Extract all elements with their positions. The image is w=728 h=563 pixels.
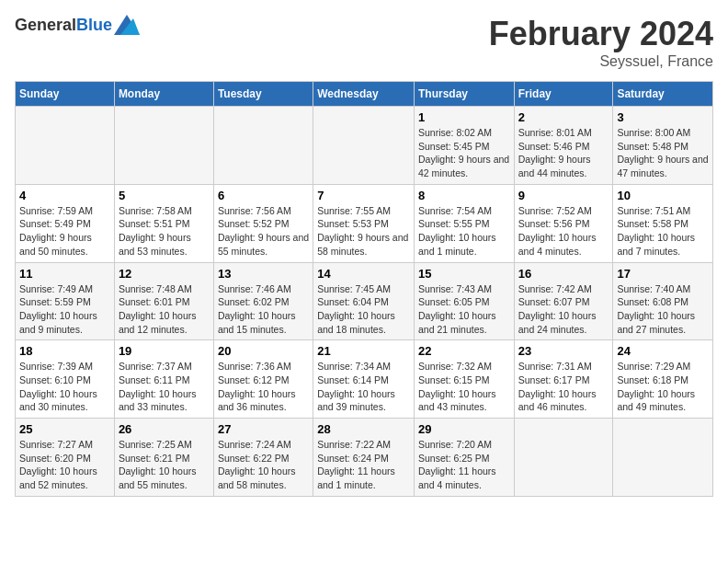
- day-cell: [16, 107, 115, 185]
- col-wednesday: Wednesday: [313, 82, 415, 107]
- day-detail: Sunrise: 7:20 AM Sunset: 6:25 PM Dayligh…: [418, 438, 510, 492]
- week-row-2: 4Sunrise: 7:59 AM Sunset: 5:49 PM Daylig…: [16, 184, 713, 262]
- col-sunday: Sunday: [16, 82, 115, 107]
- day-cell: 22Sunrise: 7:32 AM Sunset: 6:15 PM Dayli…: [414, 340, 514, 419]
- day-cell: 17Sunrise: 7:40 AM Sunset: 6:08 PM Dayli…: [613, 262, 713, 340]
- day-detail: Sunrise: 7:46 AM Sunset: 6:02 PM Dayligh…: [218, 282, 309, 337]
- day-number: 6: [218, 189, 309, 202]
- day-detail: Sunrise: 7:32 AM Sunset: 6:15 PM Dayligh…: [418, 360, 510, 414]
- day-cell: 15Sunrise: 7:43 AM Sunset: 6:05 PM Dayli…: [414, 262, 514, 340]
- day-number: 24: [617, 344, 709, 358]
- logo: GeneralBlue: [15, 15, 140, 35]
- week-row-4: 18Sunrise: 7:39 AM Sunset: 6:10 PM Dayli…: [16, 340, 713, 419]
- day-detail: Sunrise: 7:40 AM Sunset: 6:08 PM Dayligh…: [617, 282, 709, 337]
- col-friday: Friday: [514, 82, 613, 107]
- day-cell: 3Sunrise: 8:00 AM Sunset: 5:48 PM Daylig…: [613, 107, 713, 185]
- day-cell: [613, 419, 713, 497]
- day-number: 28: [317, 422, 410, 436]
- day-number: 19: [119, 344, 210, 358]
- subtitle: Seyssuel, France: [489, 53, 713, 70]
- day-number: 11: [19, 267, 110, 281]
- day-number: 12: [119, 267, 210, 281]
- day-number: 22: [418, 344, 510, 358]
- day-detail: Sunrise: 7:58 AM Sunset: 5:51 PM Dayligh…: [119, 204, 210, 259]
- header-row: Sunday Monday Tuesday Wednesday Thursday…: [16, 82, 713, 107]
- day-detail: Sunrise: 8:01 AM Sunset: 5:46 PM Dayligh…: [518, 126, 609, 180]
- day-cell: 8Sunrise: 7:54 AM Sunset: 5:55 PM Daylig…: [414, 184, 514, 262]
- day-cell: 7Sunrise: 7:55 AM Sunset: 5:53 PM Daylig…: [313, 184, 415, 262]
- day-number: 21: [317, 344, 410, 358]
- day-cell: 26Sunrise: 7:25 AM Sunset: 6:21 PM Dayli…: [114, 419, 213, 497]
- day-number: 1: [418, 110, 510, 124]
- week-row-5: 25Sunrise: 7:27 AM Sunset: 6:20 PM Dayli…: [16, 419, 713, 497]
- day-detail: Sunrise: 7:36 AM Sunset: 6:12 PM Dayligh…: [218, 360, 309, 414]
- day-detail: Sunrise: 7:29 AM Sunset: 6:18 PM Dayligh…: [617, 360, 709, 414]
- day-number: 7: [317, 189, 410, 202]
- day-cell: 10Sunrise: 7:51 AM Sunset: 5:58 PM Dayli…: [613, 184, 713, 262]
- day-detail: Sunrise: 7:48 AM Sunset: 6:01 PM Dayligh…: [119, 282, 210, 337]
- day-number: 14: [317, 267, 410, 281]
- day-cell: 29Sunrise: 7:20 AM Sunset: 6:25 PM Dayli…: [414, 419, 514, 497]
- day-cell: [514, 419, 613, 497]
- day-detail: Sunrise: 7:55 AM Sunset: 5:53 PM Dayligh…: [317, 204, 410, 259]
- day-number: 18: [19, 344, 110, 358]
- day-cell: 19Sunrise: 7:37 AM Sunset: 6:11 PM Dayli…: [114, 340, 213, 419]
- day-cell: 2Sunrise: 8:01 AM Sunset: 5:46 PM Daylig…: [514, 107, 613, 185]
- col-thursday: Thursday: [414, 82, 514, 107]
- day-cell: [213, 107, 313, 185]
- logo-icon: [114, 15, 140, 35]
- day-number: 23: [518, 344, 609, 358]
- day-number: 15: [418, 267, 510, 281]
- day-cell: 13Sunrise: 7:46 AM Sunset: 6:02 PM Dayli…: [213, 262, 313, 340]
- day-cell: 5Sunrise: 7:58 AM Sunset: 5:51 PM Daylig…: [114, 184, 213, 262]
- day-cell: 24Sunrise: 7:29 AM Sunset: 6:18 PM Dayli…: [613, 340, 713, 419]
- day-number: 16: [518, 267, 609, 281]
- day-cell: 1Sunrise: 8:02 AM Sunset: 5:45 PM Daylig…: [414, 107, 514, 185]
- week-row-1: 1Sunrise: 8:02 AM Sunset: 5:45 PM Daylig…: [16, 107, 713, 185]
- day-detail: Sunrise: 7:49 AM Sunset: 5:59 PM Dayligh…: [19, 282, 110, 337]
- day-cell: 21Sunrise: 7:34 AM Sunset: 6:14 PM Dayli…: [313, 340, 415, 419]
- day-cell: 23Sunrise: 7:31 AM Sunset: 6:17 PM Dayli…: [514, 340, 613, 419]
- day-detail: Sunrise: 7:27 AM Sunset: 6:20 PM Dayligh…: [19, 438, 110, 492]
- day-number: 9: [518, 189, 609, 202]
- day-number: 17: [617, 267, 709, 281]
- day-detail: Sunrise: 7:25 AM Sunset: 6:21 PM Dayligh…: [119, 438, 210, 492]
- day-detail: Sunrise: 7:24 AM Sunset: 6:22 PM Dayligh…: [218, 438, 309, 492]
- day-number: 27: [218, 422, 309, 436]
- day-number: 20: [218, 344, 309, 358]
- day-cell: 28Sunrise: 7:22 AM Sunset: 6:24 PM Dayli…: [313, 419, 415, 497]
- day-detail: Sunrise: 7:37 AM Sunset: 6:11 PM Dayligh…: [119, 360, 210, 414]
- day-cell: 20Sunrise: 7:36 AM Sunset: 6:12 PM Dayli…: [213, 340, 313, 419]
- main-title: February 2024: [489, 15, 713, 53]
- day-cell: [313, 107, 415, 185]
- day-cell: 14Sunrise: 7:45 AM Sunset: 6:04 PM Dayli…: [313, 262, 415, 340]
- day-number: 13: [218, 267, 309, 281]
- day-number: 25: [19, 422, 110, 436]
- day-cell: 18Sunrise: 7:39 AM Sunset: 6:10 PM Dayli…: [16, 340, 115, 419]
- day-cell: 9Sunrise: 7:52 AM Sunset: 5:56 PM Daylig…: [514, 184, 613, 262]
- week-row-3: 11Sunrise: 7:49 AM Sunset: 5:59 PM Dayli…: [16, 262, 713, 340]
- day-detail: Sunrise: 7:54 AM Sunset: 5:55 PM Dayligh…: [418, 204, 510, 259]
- col-monday: Monday: [114, 82, 213, 107]
- day-number: 5: [119, 189, 210, 202]
- day-detail: Sunrise: 7:31 AM Sunset: 6:17 PM Dayligh…: [518, 360, 609, 414]
- day-detail: Sunrise: 7:22 AM Sunset: 6:24 PM Dayligh…: [317, 438, 410, 492]
- day-number: 8: [418, 189, 510, 202]
- day-cell: 11Sunrise: 7:49 AM Sunset: 5:59 PM Dayli…: [16, 262, 115, 340]
- day-number: 3: [617, 110, 709, 124]
- day-number: 10: [617, 189, 709, 202]
- day-detail: Sunrise: 7:52 AM Sunset: 5:56 PM Dayligh…: [518, 204, 609, 259]
- logo-text: GeneralBlue: [15, 16, 112, 35]
- day-number: 2: [518, 110, 609, 124]
- day-detail: Sunrise: 8:00 AM Sunset: 5:48 PM Dayligh…: [617, 126, 709, 180]
- day-cell: 27Sunrise: 7:24 AM Sunset: 6:22 PM Dayli…: [213, 419, 313, 497]
- day-detail: Sunrise: 7:59 AM Sunset: 5:49 PM Dayligh…: [19, 204, 110, 259]
- day-cell: 25Sunrise: 7:27 AM Sunset: 6:20 PM Dayli…: [16, 419, 115, 497]
- logo-blue: Blue: [76, 16, 112, 34]
- col-tuesday: Tuesday: [213, 82, 313, 107]
- day-cell: 12Sunrise: 7:48 AM Sunset: 6:01 PM Dayli…: [114, 262, 213, 340]
- day-detail: Sunrise: 7:43 AM Sunset: 6:05 PM Dayligh…: [418, 282, 510, 337]
- day-cell: 6Sunrise: 7:56 AM Sunset: 5:52 PM Daylig…: [213, 184, 313, 262]
- day-detail: Sunrise: 7:39 AM Sunset: 6:10 PM Dayligh…: [19, 360, 110, 414]
- day-detail: Sunrise: 7:45 AM Sunset: 6:04 PM Dayligh…: [317, 282, 410, 337]
